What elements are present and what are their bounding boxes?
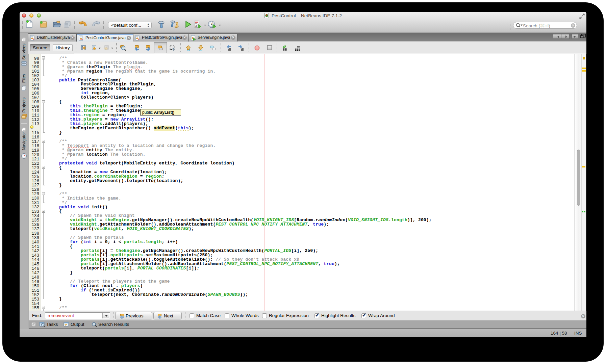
svg-text:3: 3	[195, 24, 197, 27]
